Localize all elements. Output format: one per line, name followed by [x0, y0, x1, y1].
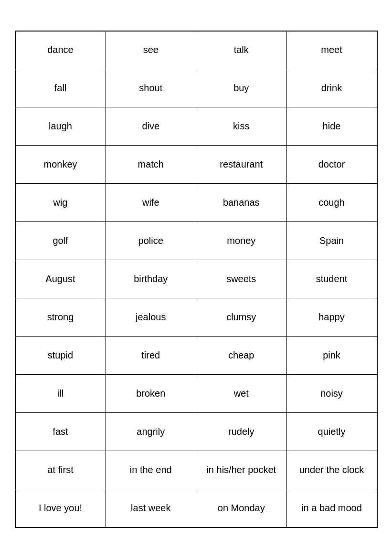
cell-r11-c2: in his/her pocket — [196, 451, 287, 489]
cell-r2-c1: dive — [106, 107, 196, 146]
table-row: monkeymatchrestaurantdoctor — [15, 146, 377, 184]
cell-r3-c2: restaurant — [196, 146, 287, 184]
table-row: stupidtiredcheappink — [15, 337, 377, 375]
cell-r12-c0: I love you! — [15, 489, 106, 527]
cell-r1-c3: drink — [286, 69, 377, 107]
cell-r8-c2: cheap — [196, 337, 287, 375]
cell-r3-c3: doctor — [286, 146, 377, 184]
cell-r10-c3: quietly — [286, 413, 377, 451]
cell-r0-c0: dance — [15, 31, 106, 69]
cell-r9-c2: wet — [196, 375, 287, 413]
cell-r0-c2: talk — [196, 31, 287, 69]
cell-r4-c1: wife — [106, 184, 196, 222]
table-row: laughdivekisshide — [15, 107, 377, 146]
cell-r1-c0: fall — [15, 69, 106, 107]
cell-r4-c2: bananas — [196, 184, 287, 222]
cell-r9-c3: noisy — [286, 375, 377, 413]
cell-r3-c1: match — [106, 146, 196, 184]
cell-r5-c3: Spain — [286, 222, 377, 260]
cell-r10-c2: rudely — [196, 413, 287, 451]
cell-r9-c0: ill — [15, 375, 106, 413]
cell-r7-c0: strong — [15, 298, 106, 337]
cell-r10-c1: angrily — [106, 413, 196, 451]
cell-r11-c0: at first — [15, 451, 106, 489]
table-row: fastangrilyrudelyquietly — [15, 413, 377, 451]
cell-r7-c1: jealous — [106, 298, 196, 337]
cell-r10-c0: fast — [15, 413, 106, 451]
table-row: strongjealousclumsyhappy — [15, 298, 377, 337]
word-grid-table: danceseetalkmeetfallshoutbuydrinklaughdi… — [15, 31, 378, 528]
cell-r12-c3: in a bad mood — [286, 489, 377, 527]
cell-r1-c2: buy — [196, 69, 287, 107]
cell-r11-c1: in the end — [106, 451, 196, 489]
cell-r3-c0: monkey — [15, 146, 106, 184]
cell-r6-c1: birthday — [106, 260, 196, 298]
table-row: illbrokenwetnoisy — [15, 375, 377, 413]
table-row: wigwifebananascough — [15, 184, 377, 222]
cell-r6-c0: August — [15, 260, 106, 298]
table-row: I love you!last weekon Mondayin a bad mo… — [15, 489, 377, 527]
cell-r11-c3: under the clock — [286, 451, 377, 489]
cell-r2-c3: hide — [286, 107, 377, 146]
cell-r5-c0: golf — [15, 222, 106, 260]
cell-r7-c3: happy — [286, 298, 377, 337]
table-row: at firstin the endin his/her pocketunder… — [15, 451, 377, 489]
cell-r8-c0: stupid — [15, 337, 106, 375]
cell-r6-c2: sweets — [196, 260, 287, 298]
page: danceseetalkmeetfallshoutbuydrinklaughdi… — [0, 0, 392, 558]
cell-r2-c2: kiss — [196, 107, 287, 146]
cell-r5-c2: money — [196, 222, 287, 260]
cell-r2-c0: laugh — [15, 107, 106, 146]
cell-r8-c1: tired — [106, 337, 196, 375]
cell-r0-c1: see — [106, 31, 196, 69]
table-row: Augustbirthdaysweetsstudent — [15, 260, 377, 298]
cell-r7-c2: clumsy — [196, 298, 287, 337]
cell-r4-c0: wig — [15, 184, 106, 222]
cell-r4-c3: cough — [286, 184, 377, 222]
cell-r6-c3: student — [286, 260, 377, 298]
cell-r0-c3: meet — [286, 31, 377, 69]
cell-r9-c1: broken — [106, 375, 196, 413]
table-row: fallshoutbuydrink — [15, 69, 377, 107]
cell-r12-c2: on Monday — [196, 489, 287, 527]
cell-r1-c1: shout — [106, 69, 196, 107]
table-row: danceseetalkmeet — [15, 31, 377, 69]
cell-r8-c3: pink — [286, 337, 377, 375]
table-row: golfpolicemoneySpain — [15, 222, 377, 260]
cell-r5-c1: police — [106, 222, 196, 260]
cell-r12-c1: last week — [106, 489, 196, 527]
